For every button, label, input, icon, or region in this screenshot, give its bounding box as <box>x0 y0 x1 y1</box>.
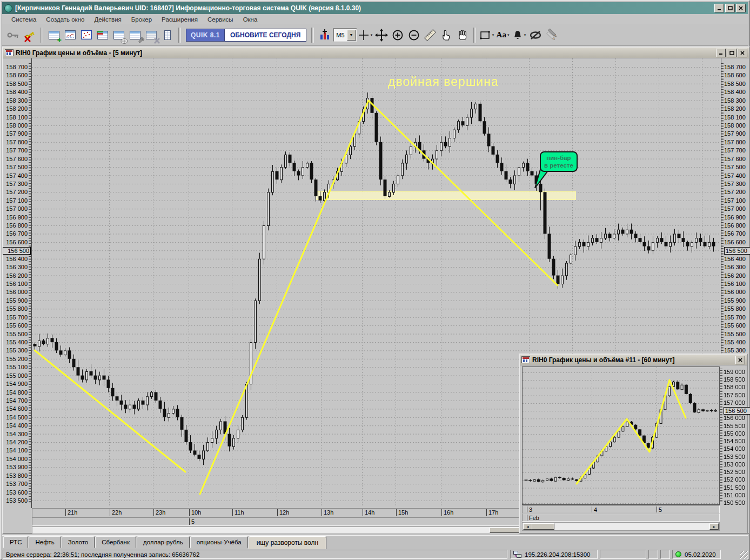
move-tool-icon[interactable] <box>374 28 389 43</box>
main-chart-title-bar[interactable]: RIH0 График цены и объёма - [5 минут] <box>3 48 749 58</box>
time-axis-label: 17h <box>488 509 498 516</box>
hide-eye-icon[interactable] <box>528 28 543 43</box>
price-tick-label: 156 800 <box>724 222 749 229</box>
chart-window-title-icon <box>521 356 530 363</box>
price-tick-label: 150 500 <box>724 499 748 506</box>
zoom-out-icon[interactable] <box>406 28 421 43</box>
menu-item-0[interactable]: Система <box>6 15 41 24</box>
zoom-in-icon[interactable] <box>390 28 405 43</box>
price-tick-label: 156 100 <box>3 281 28 287</box>
price-tick-label: 155 500 <box>724 331 749 337</box>
price-tick-label: 153 700 <box>3 481 28 487</box>
resize-grip[interactable] <box>740 551 748 559</box>
tab-2[interactable]: Золото <box>62 536 95 548</box>
app-minimize-button[interactable] <box>714 4 724 12</box>
price-tick-label: 155 200 <box>3 356 28 362</box>
colored-table-icon[interactable] <box>95 28 110 43</box>
pan-hand-icon[interactable] <box>455 28 470 43</box>
time-axis-label: 21h <box>68 509 77 516</box>
workspace-tab-bar: РТСНефтьЗолотоСбербанкдоллар-рубльопцион… <box>2 535 748 550</box>
time-axis-label: 11h <box>235 509 244 516</box>
quotes-window-icon[interactable] <box>79 28 94 43</box>
chart-window-icon[interactable] <box>63 28 78 43</box>
time-axis-divider <box>396 509 397 516</box>
connect-key-icon[interactable] <box>6 28 21 43</box>
inset-chart-title-bar[interactable]: RIH0 График цены и объёма #11 - [60 мину… <box>520 355 747 365</box>
crosshair-icon[interactable]: ▾ <box>358 28 373 43</box>
new-chart-icon[interactable] <box>317 28 332 43</box>
server-status-panel: Время сервера: 22:36:51; последняя получ… <box>3 550 507 559</box>
price-tick-label: 157 300 <box>3 181 28 187</box>
price-tick-label: 157 500 <box>3 164 28 170</box>
inset-time-axis-days[interactable]: 345 <box>522 505 720 514</box>
price-tick-label: 154 000 <box>724 445 748 452</box>
trades-table-icon[interactable] <box>111 28 126 43</box>
price-tick-label: 156 100 <box>724 281 749 287</box>
time-axis-divider <box>189 509 190 516</box>
menu-item-1[interactable]: Создать окно <box>41 15 89 24</box>
price-tick-label: 158 300 <box>3 97 28 104</box>
inset-time-axis-month[interactable]: Feb <box>522 514 720 522</box>
menu-item-5[interactable]: Сервисы <box>203 15 238 24</box>
tab-5[interactable]: опционы-Учёба <box>190 536 248 548</box>
toolbar: + QUIK 8.1 ОБНОВИТЕ СЕГОДНЯ <box>2 24 748 46</box>
tab-6[interactable]: ищу развороты волн <box>249 536 327 550</box>
create-table-icon[interactable]: + <box>46 28 62 43</box>
price-tick-label: 158 100 <box>3 114 28 121</box>
axis-minor-ticks <box>721 63 724 358</box>
column-view-icon[interactable] <box>160 28 175 43</box>
pin-bar-callout[interactable]: пин-бар в ретесте <box>540 151 578 172</box>
price-tick-label: 153 500 <box>724 454 748 460</box>
inset-chart-plot[interactable] <box>522 366 720 505</box>
quik-application-window: [Кирпичников Геннадий Валерьевич UID: 16… <box>0 0 750 560</box>
axis-minor-ticks <box>720 369 722 503</box>
chart-restore-button[interactable] <box>727 49 736 57</box>
tab-4[interactable]: доллар-рубль <box>137 536 190 548</box>
disconnect-key-icon[interactable] <box>22 28 37 43</box>
price-tick-label: 156 700 <box>724 230 749 237</box>
timeframe-value: M5 <box>334 32 346 38</box>
price-tick-label: 155 100 <box>3 364 28 370</box>
scroll-right-icon[interactable]: ► <box>709 523 719 530</box>
time-axis-label: 5 <box>191 518 195 525</box>
date-panel: 05.02.2020 <box>672 550 721 559</box>
time-axis-divider <box>592 506 592 512</box>
table-settings-icon[interactable] <box>128 28 143 43</box>
double-top-annotation[interactable]: двойная вершина <box>388 75 499 89</box>
inset-close-button[interactable] <box>735 356 745 364</box>
menu-item-4[interactable]: Расширения <box>157 15 203 24</box>
tab-0[interactable]: РТС <box>3 536 28 548</box>
delete-table-icon[interactable] <box>144 28 159 43</box>
update-today-button[interactable]: ОБНОВИТЕ СЕГОДНЯ <box>225 29 306 42</box>
time-axis-divider <box>486 509 487 516</box>
price-tick-label: 158 000 <box>3 122 28 129</box>
tab-3[interactable]: Сбербанк <box>95 536 136 548</box>
chart-minimize-button[interactable] <box>716 49 726 57</box>
price-tick-label: 155 700 <box>724 314 749 321</box>
rectangle-tool-icon[interactable]: ▾ <box>479 28 494 43</box>
timeframe-dropdown-icon[interactable]: ▼ <box>347 30 356 41</box>
draw-pencils-icon[interactable] <box>544 28 559 43</box>
price-tick-label: 154 800 <box>3 389 28 396</box>
alert-bell-icon[interactable]: ▾ <box>512 28 527 43</box>
app-close-button[interactable] <box>736 4 746 12</box>
tab-1[interactable]: Нефть <box>29 536 61 548</box>
menu-item-2[interactable]: Действия <box>89 15 126 24</box>
price-tick-label: 155 300 <box>724 347 749 354</box>
text-tool-icon[interactable]: Aa▾ <box>495 28 511 43</box>
price-tick-label: 156 600 <box>724 239 749 245</box>
inset-scrollbar-thumb[interactable] <box>532 523 554 530</box>
price-tick-label: 156 000 <box>3 289 28 295</box>
main-scrollbar-thumb[interactable] <box>490 528 522 533</box>
ruler-icon[interactable] <box>423 28 438 43</box>
chart-close-button[interactable] <box>738 49 747 57</box>
app-maximize-button[interactable] <box>725 4 735 12</box>
timeframe-select[interactable]: M5 ▼ <box>333 28 357 42</box>
scroll-left-icon[interactable]: ◄ <box>523 523 532 530</box>
time-axis-divider <box>527 506 527 512</box>
inset-chart-scrollbar[interactable]: ◄ ► <box>522 522 720 531</box>
price-tick-label: 155 500 <box>724 423 748 429</box>
point-hand-icon[interactable] <box>439 28 454 43</box>
menu-item-3[interactable]: Брокер <box>126 15 157 24</box>
menu-item-6[interactable]: Окна <box>238 15 263 24</box>
